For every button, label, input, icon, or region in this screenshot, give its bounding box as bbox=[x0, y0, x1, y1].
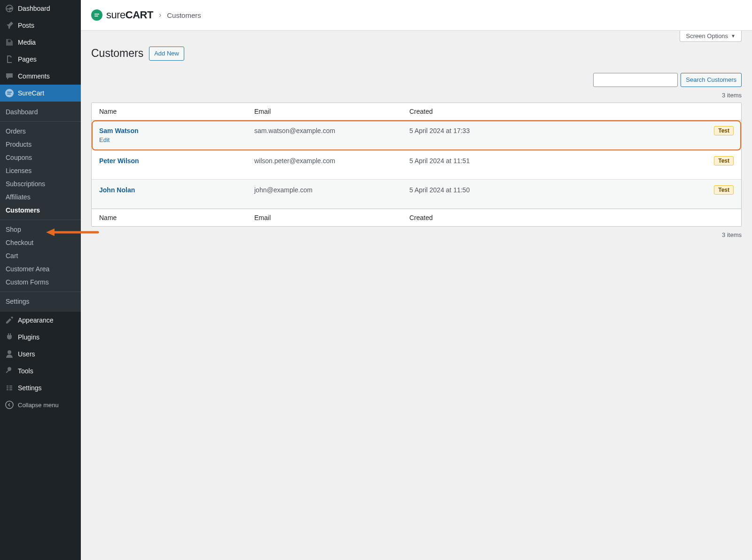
svg-point-0 bbox=[5, 89, 14, 97]
test-badge: Test bbox=[714, 126, 734, 135]
sub-dashboard[interactable]: Dashboard bbox=[0, 105, 81, 118]
cell-name: Peter Wilson bbox=[99, 157, 254, 165]
collapse-label: Collapse menu bbox=[18, 402, 59, 409]
test-badge: Test bbox=[714, 156, 734, 166]
page-body: Screen Options ▼ Customers Add New Searc… bbox=[81, 31, 752, 257]
menu-label: Comments bbox=[18, 72, 50, 80]
sub-products[interactable]: Products bbox=[0, 138, 81, 151]
surecart-logo[interactable]: sureCART bbox=[91, 9, 153, 21]
items-count-bottom: 3 items bbox=[91, 231, 742, 238]
col-created-header: Created bbox=[409, 108, 734, 115]
content-area: sureCART › Customers Screen Options ▼ Cu… bbox=[81, 0, 752, 560]
sub-customers[interactable]: Customers bbox=[0, 204, 81, 217]
menu-label: Settings bbox=[18, 384, 42, 392]
cell-created: 5 April 2024 at 11:51 bbox=[409, 157, 734, 165]
topbar: sureCART › Customers bbox=[81, 0, 752, 31]
cell-email: sam.watson@example.com bbox=[254, 127, 409, 134]
media-icon bbox=[5, 38, 14, 47]
tools-icon bbox=[5, 366, 14, 376]
table-row[interactable]: Peter Wilson wilson.peter@example.com 5 … bbox=[92, 150, 741, 180]
menu-media[interactable]: Media bbox=[0, 34, 81, 51]
customer-name-link[interactable]: John Nolan bbox=[99, 186, 135, 194]
col-name-footer: Name bbox=[99, 214, 254, 221]
items-count-top: 3 items bbox=[91, 92, 742, 99]
menu-pages[interactable]: Pages bbox=[0, 51, 81, 68]
appearance-icon bbox=[5, 315, 14, 325]
comment-icon bbox=[5, 71, 14, 81]
submenu-divider bbox=[0, 121, 81, 122]
sub-licenses[interactable]: Licenses bbox=[0, 164, 81, 177]
menu-label: Tools bbox=[18, 367, 33, 375]
cell-email: wilson.peter@example.com bbox=[254, 157, 409, 165]
search-customers-button[interactable]: Search Customers bbox=[681, 73, 742, 87]
col-email-footer: Email bbox=[254, 214, 409, 221]
menu-label: Posts bbox=[18, 22, 34, 29]
menu-label: Users bbox=[18, 350, 35, 358]
surecart-submenu: Dashboard Orders Products Coupons Licens… bbox=[0, 102, 81, 312]
customers-table: Name Email Created Sam Watson Edit sam.w… bbox=[91, 103, 742, 227]
menu-label: Plugins bbox=[18, 333, 39, 341]
menu-tools[interactable]: Tools bbox=[0, 363, 81, 379]
plugin-icon bbox=[5, 332, 14, 342]
sub-customer-area[interactable]: Customer Area bbox=[0, 262, 81, 276]
sub-affiliates[interactable]: Affiliates bbox=[0, 190, 81, 204]
sub-custom-forms[interactable]: Custom Forms bbox=[0, 276, 81, 289]
menu-label: SureCart bbox=[18, 89, 44, 97]
sub-settings[interactable]: Settings bbox=[0, 295, 81, 308]
sub-subscriptions[interactable]: Subscriptions bbox=[0, 177, 81, 190]
search-row: Search Customers bbox=[91, 73, 742, 87]
pages-icon bbox=[5, 55, 14, 64]
menu-label: Dashboard bbox=[18, 5, 50, 12]
menu-appearance[interactable]: Appearance bbox=[0, 312, 81, 329]
table-row[interactable]: Sam Watson Edit sam.watson@example.com 5… bbox=[92, 120, 741, 150]
surecart-icon bbox=[5, 88, 14, 98]
menu-comments[interactable]: Comments bbox=[0, 68, 81, 85]
test-badge: Test bbox=[714, 185, 734, 195]
table-row[interactable]: John Nolan john@example.com 5 April 2024… bbox=[92, 180, 741, 209]
breadcrumb-current: Customers bbox=[167, 11, 201, 19]
cell-name: Sam Watson Edit bbox=[99, 127, 254, 143]
submenu-divider bbox=[0, 292, 81, 292]
row-action-edit[interactable]: Edit bbox=[99, 136, 254, 143]
menu-label: Pages bbox=[18, 55, 37, 63]
col-name-header[interactable]: Name bbox=[99, 108, 254, 115]
screen-options-label: Screen Options bbox=[686, 32, 728, 39]
sub-cart[interactable]: Cart bbox=[0, 249, 81, 262]
cell-created: 5 April 2024 at 17:33 bbox=[409, 127, 734, 134]
pin-icon bbox=[5, 21, 14, 30]
admin-sidebar: Dashboard Posts Media Pages Comments Sur… bbox=[0, 0, 81, 560]
menu-posts[interactable]: Posts bbox=[0, 17, 81, 34]
cell-created: 5 April 2024 at 11:50 bbox=[409, 186, 734, 194]
customer-name-link[interactable]: Sam Watson bbox=[99, 127, 139, 134]
customer-name-link[interactable]: Peter Wilson bbox=[99, 157, 139, 165]
menu-settings[interactable]: Settings bbox=[0, 379, 81, 396]
chevron-right-icon: › bbox=[159, 11, 161, 19]
cell-name: John Nolan bbox=[99, 186, 254, 194]
table-footer: Name Email Created bbox=[92, 209, 741, 226]
collapse-menu[interactable]: Collapse menu bbox=[0, 396, 81, 413]
cell-email: john@example.com bbox=[254, 186, 409, 194]
menu-users[interactable]: Users bbox=[0, 346, 81, 363]
dashboard-icon bbox=[5, 4, 14, 13]
menu-surecart[interactable]: SureCart bbox=[0, 85, 81, 102]
page-title: Customers bbox=[91, 47, 143, 60]
col-email-header: Email bbox=[254, 108, 409, 115]
add-new-button[interactable]: Add New bbox=[149, 47, 184, 61]
search-input[interactable] bbox=[593, 73, 678, 87]
col-created-footer: Created bbox=[409, 214, 734, 221]
triangle-down-icon: ▼ bbox=[731, 33, 736, 39]
table-header: Name Email Created bbox=[92, 103, 741, 120]
sub-checkout[interactable]: Checkout bbox=[0, 236, 81, 249]
user-icon bbox=[5, 349, 14, 359]
collapse-icon bbox=[5, 400, 14, 410]
screen-options-toggle[interactable]: Screen Options ▼ bbox=[680, 31, 742, 42]
sub-orders[interactable]: Orders bbox=[0, 125, 81, 138]
surecart-logo-mark bbox=[91, 9, 102, 21]
menu-plugins[interactable]: Plugins bbox=[0, 329, 81, 346]
sub-coupons[interactable]: Coupons bbox=[0, 151, 81, 164]
submenu-divider bbox=[0, 220, 81, 220]
settings-icon bbox=[5, 383, 14, 393]
surecart-wordmark: sureCART bbox=[106, 9, 153, 21]
menu-dashboard[interactable]: Dashboard bbox=[0, 0, 81, 17]
sub-shop[interactable]: Shop bbox=[0, 223, 81, 236]
